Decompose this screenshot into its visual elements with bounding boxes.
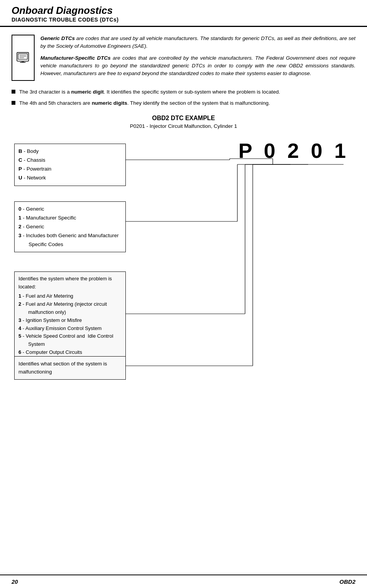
box1-line2: C - Chassis [18,156,122,165]
dtc-diagram: P 0 2 0 1 B - Body C - Chassis P - Power… [14,137,353,383]
box1-line1: B - Body [18,147,122,156]
main-content: Generic DTCs are codes that are used by … [0,27,367,575]
box-codes: 0 - Generic 1 - Manufacturer Specific 2 … [14,201,126,253]
example-subtitle: P0201 - Injector Circuit Malfunction, Cy… [12,123,355,129]
manufacturer-dtcs-label: Manufacturer-Specific DTCs [40,55,111,61]
box3-line6: 6 - Computer Output Circuits [18,348,122,357]
box1-line4: U - Network [18,174,122,183]
box-bcpu: B - Body C - Chassis P - Powertrain U - … [14,144,126,186]
box2-line1: 0 - Generic [18,205,122,214]
info-text: Generic DTCs are codes that are used by … [40,35,355,81]
book-icon [15,49,31,66]
box3-line3: 3 - Ignition System or Misfire [18,317,122,325]
bullet-text-2: The 4th and 5th characters are numeric d… [19,99,270,107]
bullet-text-1: The 3rd character is a numeric digit. It… [19,88,280,96]
page-title: Onboard Diagnostics [12,5,355,17]
box1-line3: P - Powertrain [18,165,122,174]
box-section: Identifies what section of the system is… [14,356,126,380]
bullet-list: The 3rd character is a numeric digit. It… [12,88,355,107]
example-title: OBD2 DTC EXAMPLE [12,115,355,122]
example-section: OBD2 DTC EXAMPLE P0201 - Injector Circui… [12,115,355,129]
generic-dtcs-text: are codes that are used by all vehicle m… [40,35,355,49]
dtc-code-display: P 0 2 0 1 [239,139,349,162]
info-box: Generic DTCs are codes that are used by … [12,35,355,81]
box3-line1: 1 - Fuel and Air Metering [18,292,122,300]
footer-brand: OBD2 [339,578,355,585]
box2-line4: 3 - Includes both Generic and Manufactur… [18,231,122,249]
page-subtitle: DIAGNOSTIC TROUBLE CODES (DTCs) [12,17,355,23]
page-footer: 20 OBD2 [0,575,367,588]
page-header: Onboard Diagnostics DIAGNOSTIC TROUBLE C… [0,0,367,27]
box4-text: Identifies what section of the system is… [18,360,122,376]
bullet-item-2: The 4th and 5th characters are numeric d… [12,99,355,107]
icon-box [12,35,35,81]
page: Onboard Diagnostics DIAGNOSTIC TROUBLE C… [0,0,367,588]
box3-line5: 5 - Vehicle Speed Control and Idle Contr… [18,332,122,348]
box2-line2: 1 - Manufacturer Specific [18,214,122,223]
box3-line4: 4 - Auxiliary Emission Control System [18,325,122,333]
generic-dtcs-para: Generic DTCs are codes that are used by … [40,35,355,50]
generic-dtcs-label: Generic DTCs [40,35,75,41]
bullet-square-1 [12,90,15,94]
manufacturer-dtcs-para: Manufacturer-Specific DTCs are codes tha… [40,54,355,78]
bullet-item-1: The 3rd character is a numeric digit. It… [12,88,355,96]
footer-page-number: 20 [12,578,18,585]
box3-line2: 2 - Fuel and Air Metering (injector circ… [18,300,122,317]
box2-line3: 2 - Generic [18,223,122,231]
box3-intro: Identifies the system where the problem … [18,275,122,291]
bullet-square-2 [12,101,15,105]
